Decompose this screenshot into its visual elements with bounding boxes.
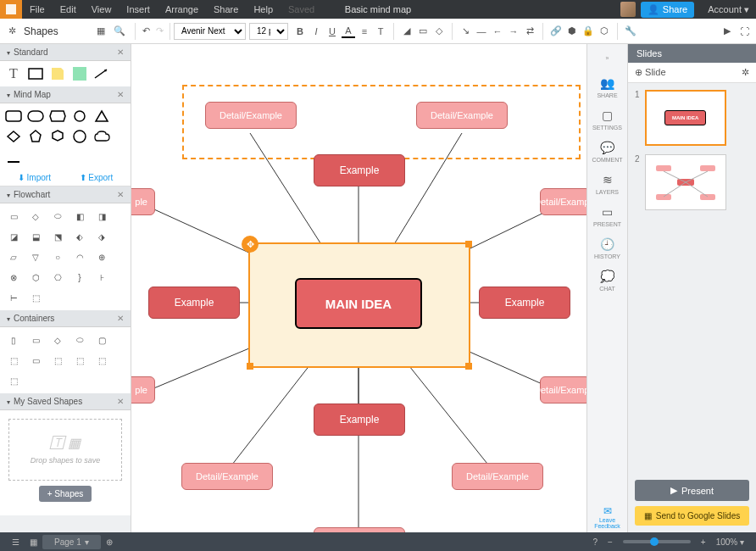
- rail-comment[interactable]: 💬COMMENT: [587, 136, 627, 168]
- present-button[interactable]: ▶ Present: [635, 480, 749, 501]
- import-link[interactable]: ⬇ Import: [18, 173, 51, 182]
- section-mindmap[interactable]: ▾Mind Map✕: [0, 86, 131, 103]
- rail-present[interactable]: ▭PRESENT: [587, 200, 627, 232]
- flowchart-shape[interactable]: ▭: [5, 209, 22, 224]
- rail-share[interactable]: 👥SHARE: [587, 71, 627, 103]
- zoom-slider[interactable]: [623, 540, 691, 543]
- align-icon[interactable]: ≡: [358, 25, 371, 38]
- container-shape[interactable]: ◇: [49, 332, 66, 348]
- menu-edit[interactable]: Edit: [53, 4, 84, 14]
- feedback-link[interactable]: ✉Leave Feedback: [587, 502, 627, 532]
- mm-shape[interactable]: [71, 109, 88, 124]
- container-shape[interactable]: ⬚: [93, 353, 110, 368]
- fill-icon[interactable]: ◢: [400, 25, 414, 38]
- main-idea-node[interactable]: MAIN IDEA: [295, 278, 422, 329]
- flowchart-shape[interactable]: ⬭: [49, 209, 66, 224]
- magnet-icon[interactable]: ⬢: [565, 25, 579, 38]
- search-icon[interactable]: 🔍: [113, 25, 126, 38]
- flowchart-shape[interactable]: ○: [49, 249, 66, 264]
- flowchart-shape[interactable]: ⊕: [93, 249, 110, 264]
- mm-shape[interactable]: [71, 129, 88, 144]
- flowchart-shape[interactable]: ⬖: [71, 229, 88, 244]
- shape-icon[interactable]: ◇: [432, 25, 446, 38]
- cube-icon[interactable]: ⬡: [598, 25, 611, 38]
- flowchart-shape[interactable]: ⬗: [93, 229, 110, 244]
- collapse-rail-icon[interactable]: »: [587, 49, 627, 66]
- block-shape[interactable]: [71, 66, 88, 81]
- menu-view[interactable]: View: [84, 4, 120, 14]
- menu-insert[interactable]: Insert: [119, 4, 158, 14]
- flowchart-shape[interactable]: ◇: [27, 209, 44, 224]
- detail-node[interactable]: Detail/Example: [540, 188, 586, 215]
- close-icon[interactable]: ✕: [117, 90, 124, 99]
- close-icon[interactable]: ✕: [117, 190, 124, 199]
- canvas[interactable]: ✥ MAIN IDEA Example Example Example Exam…: [131, 44, 586, 532]
- detail-node[interactable]: Detail/Example: [205, 102, 297, 129]
- flowchart-shape[interactable]: ▱: [5, 249, 22, 264]
- bold-icon[interactable]: B: [293, 25, 307, 38]
- close-icon[interactable]: ✕: [117, 47, 124, 57]
- undo-icon[interactable]: ↶: [139, 25, 153, 38]
- italic-icon[interactable]: I: [309, 25, 323, 38]
- wrench-icon[interactable]: 🔧: [624, 25, 637, 38]
- close-icon[interactable]: ✕: [117, 397, 124, 406]
- image-icon[interactable]: ▦: [94, 25, 108, 38]
- mm-shape[interactable]: [5, 109, 22, 124]
- slide-settings-icon[interactable]: ✲: [742, 67, 749, 78]
- flowchart-shape[interactable]: ⎔: [49, 270, 66, 285]
- section-flowchart[interactable]: ▾Flowchart✕: [0, 186, 131, 203]
- container-shape[interactable]: ⬚: [5, 353, 22, 368]
- text-height-icon[interactable]: T: [374, 25, 387, 38]
- page-select[interactable]: Page 1 ▾: [42, 535, 101, 549]
- menu-arrange[interactable]: Arrange: [158, 4, 206, 14]
- zoom-level[interactable]: 100% ▾: [711, 537, 749, 547]
- underline-icon[interactable]: U: [325, 25, 339, 38]
- detail-node[interactable]: Detail/Example: [540, 376, 586, 404]
- redo-icon[interactable]: ↷: [153, 25, 166, 38]
- slide-thumb[interactable]: MAIN IDEA: [645, 90, 726, 146]
- google-slides-button[interactable]: ▦ Send to Google Slides: [635, 506, 749, 526]
- note-shape[interactable]: [49, 66, 66, 81]
- arrow-end-icon[interactable]: →: [507, 25, 520, 38]
- arrow-shape[interactable]: [93, 66, 110, 81]
- saved-dropzone[interactable]: 🅃 ▦ Drop shapes to save: [8, 419, 122, 481]
- slide-thumb[interactable]: [645, 154, 726, 210]
- brand-logo[interactable]: [0, 0, 22, 19]
- section-containers[interactable]: ▾Containers✕: [0, 310, 131, 327]
- mm-shape[interactable]: [93, 129, 110, 144]
- container-shape[interactable]: ▭: [27, 353, 44, 368]
- mm-shape[interactable]: [5, 129, 22, 144]
- user-avatar[interactable]: [620, 2, 636, 17]
- move-handle-icon[interactable]: ✥: [242, 236, 258, 253]
- text-color-icon[interactable]: A: [342, 25, 355, 38]
- detail-node[interactable]: ple: [131, 376, 155, 404]
- arrow-start-icon[interactable]: ←: [491, 25, 504, 38]
- rect-shape[interactable]: [27, 66, 44, 81]
- lock-icon[interactable]: 🔒: [581, 25, 595, 38]
- rail-layers[interactable]: ≋LAYERS: [587, 168, 627, 200]
- section-standard[interactable]: ▾Standard✕: [0, 44, 131, 61]
- mm-shape[interactable]: [27, 109, 44, 124]
- gear-icon[interactable]: ✲: [5, 25, 19, 38]
- container-shape[interactable]: ▯: [5, 332, 22, 348]
- mm-shape[interactable]: [93, 109, 110, 124]
- flowchart-shape[interactable]: }: [71, 270, 88, 285]
- document-title[interactable]: Basic mind map: [345, 4, 411, 14]
- zoom-out-icon[interactable]: −: [603, 537, 618, 547]
- flowchart-shape[interactable]: ⬓: [27, 229, 44, 244]
- menu-file[interactable]: File: [22, 4, 53, 14]
- menu-share[interactable]: Share: [206, 4, 246, 14]
- font-size-select[interactable]: 12 pt: [249, 23, 288, 40]
- add-shapes-button[interactable]: + Shapes: [39, 486, 92, 502]
- mm-shape[interactable]: [49, 129, 66, 144]
- zoom-in-icon[interactable]: +: [696, 537, 711, 547]
- detail-node[interactable]: ple: [131, 188, 155, 215]
- menu-help[interactable]: Help: [246, 4, 281, 14]
- flowchart-shape[interactable]: ⬔: [49, 229, 66, 244]
- example-node[interactable]: Example: [148, 287, 240, 319]
- example-node[interactable]: Example: [479, 287, 570, 319]
- flowchart-shape[interactable]: ◨: [93, 209, 110, 224]
- grid-view-icon[interactable]: ▦: [25, 537, 42, 547]
- mm-shape[interactable]: [49, 109, 66, 124]
- play-icon[interactable]: ▶: [720, 25, 734, 38]
